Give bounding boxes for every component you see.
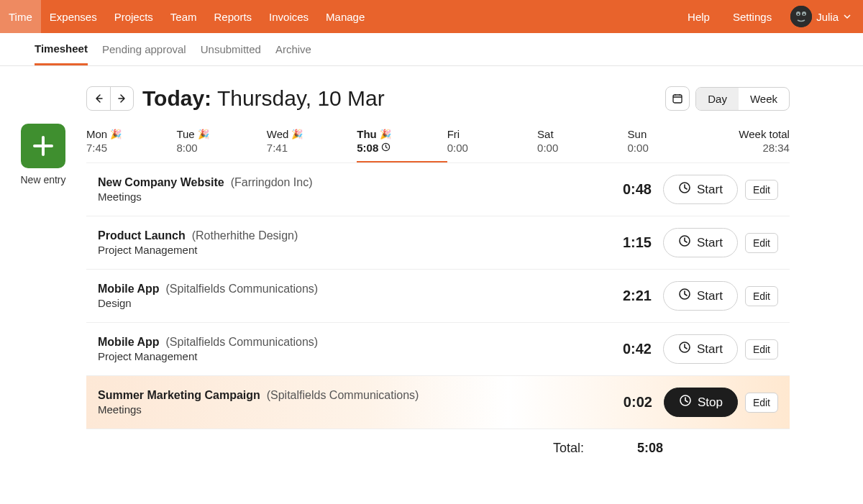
topnav-right: Help Settings Julia (679, 6, 856, 27)
new-entry-button[interactable] (21, 124, 65, 168)
clock-icon (381, 142, 391, 154)
calendar-button[interactable] (665, 86, 690, 111)
day-name: Sun (628, 128, 718, 140)
edit-button[interactable]: Edit (745, 286, 778, 306)
day-wed[interactable]: Wed🎉7:41 (267, 124, 357, 162)
confetti-icon: 🎉 (380, 129, 391, 139)
entry-project: Summer Marketing Campaign (98, 389, 260, 401)
edit-button[interactable]: Edit (745, 180, 778, 200)
week-total: Week total28:34 (718, 124, 790, 162)
day-total: 8:00 (176, 142, 266, 154)
clock-icon (678, 341, 691, 357)
entry-time: 0:48 (594, 181, 652, 198)
day-name: Thu🎉 (357, 128, 447, 140)
start-button[interactable]: Start (663, 281, 738, 311)
topnav-item-team[interactable]: Team (162, 0, 206, 33)
user-menu[interactable]: Julia (786, 6, 856, 27)
svg-point-4 (803, 14, 805, 15)
topnav-left: TimeExpensesProjectsTeamReportsInvoicesM… (0, 0, 373, 33)
entry-actions: StartEdit (663, 334, 778, 364)
user-name: Julia (816, 11, 839, 23)
entry-task: Meetings (98, 403, 595, 416)
topnav-item-manage[interactable]: Manage (317, 0, 373, 33)
stop-button[interactable]: Stop (664, 388, 738, 417)
confetti-icon: 🎉 (110, 129, 122, 139)
title-prefix: Today: (142, 86, 211, 110)
view-controls: Day Week (665, 86, 790, 111)
day-sat[interactable]: Sat0:00 (537, 124, 627, 162)
action-label: Start (697, 342, 723, 357)
view-week[interactable]: Week (739, 88, 789, 110)
day-total: 7:45 (86, 142, 176, 154)
subtab-archive[interactable]: Archive (275, 35, 311, 64)
day-total-value: 5:08 (606, 441, 663, 456)
week-total-label: Week total (718, 128, 790, 140)
view-day[interactable]: Day (696, 88, 739, 110)
entry-title: Mobile App (Spitalfields Communications) (98, 283, 594, 295)
subtab-unsubmitted[interactable]: Unsubmitted (201, 35, 261, 64)
entry-actions: StartEdit (663, 228, 778, 257)
day-fri[interactable]: Fri0:00 (447, 124, 537, 162)
edit-button[interactable]: Edit (745, 393, 778, 413)
topnav-item-projects[interactable]: Projects (106, 0, 162, 33)
week-total-value: 28:34 (718, 142, 790, 154)
subtab-timesheet[interactable]: Timesheet (35, 34, 88, 65)
entry-info: New Company Website (Farringdon Inc)Meet… (98, 176, 594, 203)
topnav-item-invoices[interactable]: Invoices (260, 0, 317, 33)
entry-task: Design (98, 297, 594, 309)
entry-title: Mobile App (Spitalfields Communications) (98, 336, 594, 349)
entry-project: New Company Website (98, 176, 224, 188)
edit-button[interactable]: Edit (745, 339, 778, 359)
title-row: Today: Thursday, 10 Mar Day Week (86, 86, 790, 111)
topnav-item-reports[interactable]: Reports (206, 0, 261, 33)
day-thu[interactable]: Thu🎉5:08 (357, 124, 447, 162)
chevron-down-icon (843, 11, 851, 23)
clock-icon (678, 234, 691, 251)
day-sun[interactable]: Sun0:00 (628, 124, 718, 162)
next-day-button[interactable] (110, 87, 133, 110)
avatar (790, 6, 812, 27)
clock-icon (678, 288, 691, 304)
entry-task: Project Management (98, 350, 594, 362)
start-button[interactable]: Start (663, 175, 738, 204)
time-entry: New Company Website (Farringdon Inc)Meet… (86, 163, 790, 216)
day-total-row: Total: 5:08 (86, 429, 790, 456)
subtab-pending-approval[interactable]: Pending approval (102, 35, 186, 64)
clock-icon (679, 394, 692, 411)
start-button[interactable]: Start (663, 228, 738, 257)
day-tue[interactable]: Tue🎉8:00 (176, 124, 266, 162)
entry-info: Product Launch (Rotherhithe Design)Proje… (98, 229, 594, 256)
start-button[interactable]: Start (663, 334, 738, 364)
clock-icon (678, 181, 691, 198)
prev-day-button[interactable] (87, 87, 110, 110)
day-mon[interactable]: Mon🎉7:45 (86, 124, 176, 162)
action-label: Start (697, 289, 723, 303)
day-total: 7:41 (267, 142, 357, 154)
action-label: Start (697, 183, 723, 197)
day-name: Mon🎉 (86, 128, 176, 140)
entry-title: New Company Website (Farringdon Inc) (98, 176, 594, 189)
entry-time: 2:21 (594, 288, 652, 304)
entry-project: Mobile App (98, 336, 160, 348)
page-title: Today: Thursday, 10 Mar (142, 86, 385, 111)
settings-link[interactable]: Settings (724, 11, 780, 23)
help-link[interactable]: Help (679, 11, 718, 23)
entry-actions: StartEdit (663, 281, 778, 311)
entries-list: New Company Website (Farringdon Inc)Meet… (86, 163, 790, 429)
action-label: Start (697, 236, 723, 250)
entry-client: (Farringdon Inc) (231, 176, 313, 188)
entry-client: (Spitalfields Communications) (267, 389, 419, 401)
time-entry: Product Launch (Rotherhithe Design)Proje… (86, 216, 790, 270)
day-name: Sat (537, 128, 627, 140)
time-entry: Mobile App (Spitalfields Communications)… (86, 323, 790, 376)
entry-info: Mobile App (Spitalfields Communications)… (98, 336, 594, 362)
day-total: 0:00 (537, 142, 627, 154)
day-total-label: Total: (553, 441, 584, 456)
topnav-item-expenses[interactable]: Expenses (41, 0, 106, 33)
edit-button[interactable]: Edit (745, 233, 778, 253)
date-nav (86, 86, 134, 111)
entry-client: (Rotherhithe Design) (192, 229, 298, 242)
action-label: Stop (698, 395, 723, 410)
topnav-item-time[interactable]: Time (0, 0, 41, 33)
sub-tabs: TimesheetPending approvalUnsubmittedArch… (0, 33, 863, 66)
